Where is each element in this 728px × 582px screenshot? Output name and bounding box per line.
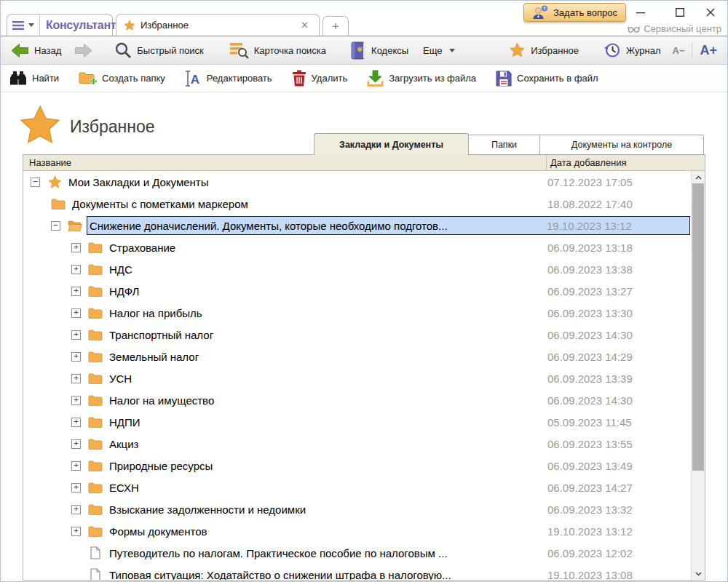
tab-bookmarks-documents[interactable]: Закладки и Документы <box>314 133 469 155</box>
row-label: Путеводитель по налогам. Практическое по… <box>109 547 545 559</box>
svg-text:?: ? <box>543 6 546 11</box>
expand-toggle[interactable]: + <box>71 330 81 340</box>
create-folder-button[interactable]: Создать папку <box>79 71 165 87</box>
tree-row[interactable]: −Снижение доначислений. Документы, котор… <box>23 215 705 236</box>
tree-row[interactable]: +НДФЛ06.09.2023 13:27 <box>23 280 705 302</box>
support-person-icon: ? <box>532 5 548 20</box>
scrollbar-thumb[interactable] <box>692 183 704 471</box>
expand-toggle[interactable]: + <box>71 287 81 296</box>
tree-row[interactable]: +ЕСХН06.09.2023 14:27 <box>23 477 705 498</box>
service-center[interactable]: Сервисный центр <box>628 23 721 34</box>
history-clock-icon <box>604 41 621 59</box>
close-button[interactable] <box>698 5 723 20</box>
expand-toggle[interactable]: + <box>71 483 81 493</box>
tree-row[interactable]: Типовая ситуация: Ходатайство о снижении… <box>23 564 705 580</box>
folder-plus-icon <box>79 71 97 87</box>
tab-documents-on-control[interactable]: Документы на контроле <box>540 135 704 155</box>
folder-icon <box>88 438 103 450</box>
font-decrease-button[interactable]: A− <box>673 45 685 56</box>
more-button[interactable]: Еще <box>423 45 454 56</box>
tree-row[interactable]: +НДС06.09.2023 13:38 <box>23 258 705 280</box>
tree-row[interactable]: +Страхование06.09.2023 13:18 <box>23 236 705 258</box>
main-menu-button[interactable] <box>7 15 40 36</box>
edit-icon: A <box>185 70 202 87</box>
expand-toggle[interactable]: + <box>71 308 81 318</box>
folder-icon <box>88 285 103 297</box>
tree-row[interactable]: Путеводитель по налогам. Практическое по… <box>23 542 705 564</box>
vertical-scrollbar[interactable] <box>691 171 705 580</box>
minimize-button[interactable] <box>628 5 653 20</box>
tree-row[interactable]: +Акциз06.09.2023 13:55 <box>23 433 705 455</box>
expand-toggle[interactable]: + <box>71 352 81 362</box>
tree-row[interactable]: Документы с пометками маркером18.08.2022… <box>23 193 705 215</box>
expand-toggle[interactable]: + <box>71 243 81 252</box>
expand-toggle[interactable]: + <box>71 527 81 536</box>
folder-icon <box>88 416 103 428</box>
find-button[interactable]: Найти <box>9 71 59 86</box>
folder-open-icon <box>68 220 82 231</box>
row-label: Земельный налог <box>109 351 545 363</box>
tree-row[interactable]: +НДПИ05.09.2023 11:45 <box>23 411 705 433</box>
font-increase-button[interactable]: A+ <box>700 43 717 58</box>
tree-row[interactable]: +УСН06.09.2023 13:39 <box>23 367 705 389</box>
journal-button[interactable]: Журнал <box>604 41 660 59</box>
close-tab-icon[interactable]: ✕ <box>298 18 312 32</box>
row-label: НДФЛ <box>109 285 545 298</box>
row-label: Мои Закладки и Документы <box>68 176 545 188</box>
expand-toggle[interactable]: + <box>71 439 81 449</box>
row-label: НДПИ <box>109 416 545 428</box>
minimize-icon <box>636 8 645 17</box>
codes-button[interactable]: Кодексы <box>351 41 408 60</box>
search-icon <box>114 41 132 59</box>
tree-row[interactable]: +Природные ресурсы06.09.2023 13:49 <box>23 455 705 477</box>
tree-row[interactable]: +Взыскание задолженности и недоимки06.09… <box>23 498 705 520</box>
page-title: Избранное <box>70 117 155 137</box>
expand-toggle[interactable]: + <box>71 265 81 274</box>
favorites-button[interactable]: Избранное <box>509 42 579 58</box>
row-label: Транспортный налог <box>109 329 545 341</box>
forward-button[interactable] <box>74 43 92 58</box>
tab-favorites[interactable]: Избранное ✕ <box>116 14 320 36</box>
back-button[interactable]: Назад <box>11 43 61 58</box>
tree-row[interactable]: +Земельный налог06.09.2023 14:29 <box>23 346 705 367</box>
search-card-button[interactable]: Карточка поиска <box>230 41 326 59</box>
collapse-toggle[interactable]: − <box>31 178 40 187</box>
column-header-name[interactable]: Название <box>29 155 71 170</box>
tree-row[interactable]: +Налог на имущество06.09.2023 14:30 <box>23 389 705 411</box>
delete-button[interactable]: Удалить <box>292 70 348 87</box>
folder-icon <box>88 351 103 362</box>
save-to-file-button[interactable]: Сохранить в файл <box>496 71 598 87</box>
collapse-toggle[interactable]: − <box>51 221 60 231</box>
favorites-table: Название Дата добавления −Мои Закладки и… <box>23 154 705 581</box>
row-label: Налог на прибыль <box>109 307 545 319</box>
quick-search-button[interactable]: Быстрый поиск <box>114 41 204 59</box>
tree-row[interactable]: +Формы документов19.10.2023 13:12 <box>23 520 705 542</box>
load-from-file-button[interactable]: Загрузить из файла <box>367 70 476 87</box>
expand-toggle[interactable]: + <box>71 374 81 383</box>
tree-row[interactable]: −Мои Закладки и Документы07.12.2023 17:0… <box>23 171 705 193</box>
new-tab-button[interactable]: ＋ <box>323 16 349 36</box>
star-icon <box>47 175 62 189</box>
expand-toggle[interactable]: + <box>71 505 81 514</box>
tree-row[interactable]: +Транспортный налог06.09.2023 14:30 <box>23 324 705 346</box>
expand-toggle[interactable]: + <box>71 461 81 471</box>
row-label: Формы документов <box>109 525 545 538</box>
tree-row[interactable]: +Налог на прибыль06.09.2023 13:30 <box>23 302 705 324</box>
favorites-label: Избранное <box>531 45 579 56</box>
folder-icon <box>88 242 103 253</box>
column-header-date-added[interactable]: Дата добавления <box>546 155 705 170</box>
row-label: Акциз <box>109 438 545 450</box>
quick-search-label: Быстрый поиск <box>137 45 204 56</box>
scroll-up-button[interactable] <box>692 171 705 183</box>
folder-icon <box>88 372 103 384</box>
ask-question-button[interactable]: ? Задать вопрос <box>523 3 626 22</box>
row-date-added: 06.09.2023 14:30 <box>545 329 690 341</box>
maximize-button[interactable] <box>668 5 692 20</box>
edit-label: Редактировать <box>207 73 272 84</box>
scroll-down-button[interactable] <box>692 567 705 580</box>
expand-toggle[interactable]: + <box>71 396 81 405</box>
expand-toggle[interactable]: + <box>71 418 81 427</box>
edit-button[interactable]: A Редактировать <box>185 70 272 87</box>
tab-folders[interactable]: Папки <box>469 135 540 155</box>
back-label: Назад <box>34 45 61 56</box>
